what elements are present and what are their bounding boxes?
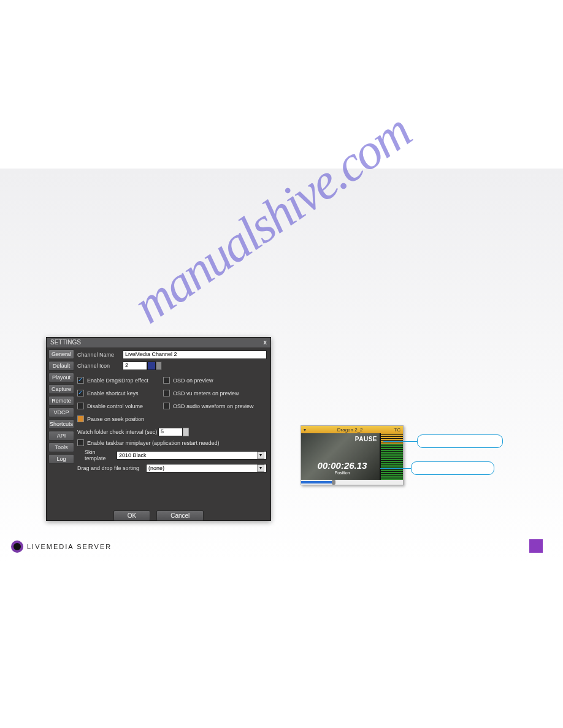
close-icon[interactable]: x — [263, 338, 267, 347]
triangle-down-icon: ▾ — [304, 427, 306, 433]
sort-value: (none) — [148, 465, 164, 471]
preview-body: PAUSE 00:00:26.13 Position — [301, 433, 403, 480]
color-swatch[interactable] — [147, 362, 156, 370]
dialog-titlebar: SETTINGS x — [47, 338, 270, 347]
label-osd-preview: OSD on preview — [173, 377, 213, 384]
position-label: Position — [308, 471, 376, 475]
tab-capture[interactable]: Capture — [48, 384, 74, 394]
state-badge: PAUSE — [355, 436, 377, 442]
checkbox-dragdrop[interactable] — [77, 377, 84, 384]
skin-value: 2010 Black — [119, 452, 147, 458]
tab-playout[interactable]: Playout — [48, 373, 74, 382]
vu-meters — [381, 433, 403, 480]
chevron-down-icon: ▾ — [257, 464, 264, 472]
watch-interval-label: Watch folder check interval (sec) — [77, 429, 158, 435]
checkbox-osd-preview[interactable] — [163, 377, 170, 384]
preview-title: Dragon 2_2 — [337, 427, 363, 433]
ok-button[interactable]: OK — [113, 510, 150, 521]
brand-text: LIVEMEDIA SERVER — [27, 543, 112, 550]
sort-label: Drag and drop file sorting — [77, 465, 146, 471]
scrubber-fill — [301, 481, 332, 483]
tc-label: TC — [394, 427, 400, 433]
color-picker-button[interactable] — [156, 362, 162, 370]
callout-line — [383, 441, 417, 442]
callout-box — [417, 434, 503, 448]
tab-general[interactable]: General — [48, 349, 74, 359]
tabs-column: General Default Playout Capture Remote V… — [47, 347, 76, 508]
label-shortcut: Enable shortcut keys — [87, 390, 139, 396]
tab-vdcp[interactable]: VDCP — [48, 408, 74, 417]
dialog-buttons: OK Cancel — [47, 508, 270, 523]
form-column: Channel Name LiveMedia Channel 2 Channel… — [76, 347, 270, 508]
callout-line — [380, 468, 411, 469]
timecode-display: 00:00:26.13 — [308, 460, 376, 471]
tab-log[interactable]: Log — [48, 454, 74, 464]
tab-default[interactable]: Default — [48, 361, 74, 371]
label-dragdrop: Enable Drag&Drop effect — [87, 377, 148, 384]
dialog-title: SETTINGS — [50, 338, 81, 347]
preview-widget: ▾ Dragon 2_2 TC PAUSE 00:00:26.13 Positi… — [301, 425, 404, 485]
checkbox-osd-wave[interactable] — [163, 403, 170, 409]
spinner-icon[interactable] — [183, 428, 189, 436]
video-area: PAUSE 00:00:26.13 Position — [301, 433, 380, 480]
logo-icon — [11, 540, 23, 553]
channel-name-label: Channel Name — [77, 352, 123, 358]
channel-icon-input[interactable]: 2 — [123, 362, 147, 370]
watch-interval-input[interactable]: 5 — [158, 428, 183, 436]
tab-api[interactable]: API — [48, 431, 74, 441]
checkbox-pause-seek[interactable] — [77, 415, 84, 422]
checkbox-shortcut[interactable] — [77, 390, 84, 396]
checkbox-osd-vu[interactable] — [163, 390, 170, 396]
callout-box — [411, 461, 494, 475]
tab-shortcuts[interactable]: Shortcuts — [48, 419, 74, 429]
checkbox-taskbar-mini[interactable] — [77, 439, 84, 446]
label-pause-seek: Pause on seek position — [87, 416, 144, 422]
skin-dropdown[interactable]: 2010 Black▾ — [117, 451, 267, 460]
label-volume: Disable control volume — [87, 403, 143, 409]
scrubber-knob[interactable] — [332, 480, 335, 485]
sort-dropdown[interactable]: (none)▾ — [146, 464, 267, 472]
channel-icon-label: Channel Icon — [77, 363, 123, 369]
tab-remote[interactable]: Remote — [48, 396, 74, 406]
footer: LIVEMEDIA SERVER — [11, 540, 112, 553]
preview-titlebar[interactable]: ▾ Dragon 2_2 TC — [301, 426, 403, 433]
cancel-button[interactable]: Cancel — [156, 510, 204, 521]
channel-name-input[interactable]: LiveMedia Channel 2 — [123, 351, 267, 359]
chevron-down-icon: ▾ — [257, 452, 264, 459]
checkbox-volume[interactable] — [77, 403, 84, 409]
label-osd-wave: OSD audio waveform on preview — [173, 403, 254, 409]
scrubber[interactable] — [301, 480, 403, 485]
label-osd-vu: OSD vu meters on preview — [173, 390, 239, 396]
tab-tools[interactable]: Tools — [48, 442, 74, 452]
label-taskbar-mini: Enable taskbar miniplayer (application r… — [87, 440, 220, 446]
settings-dialog: SETTINGS x General Default Playout Captu… — [46, 337, 271, 521]
page-marker — [529, 539, 543, 553]
skin-label: Skin template — [77, 449, 117, 461]
